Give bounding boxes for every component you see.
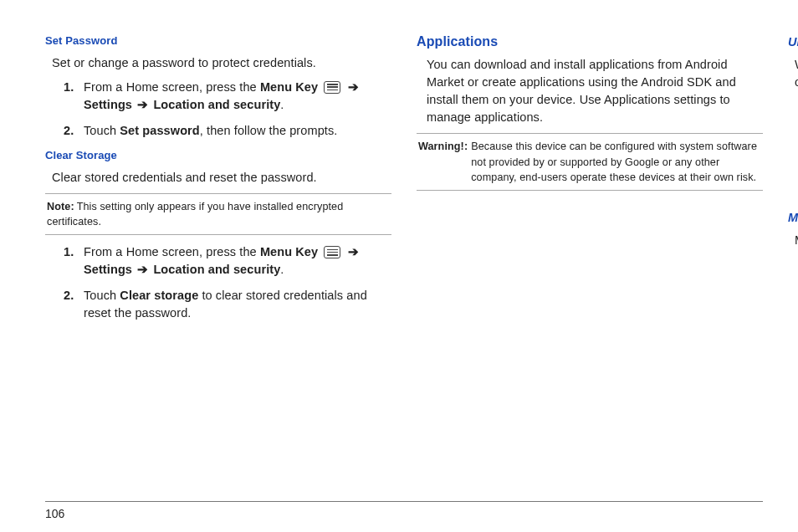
warning-text: Because this device can be configured wi… — [471, 139, 761, 185]
arrow-icon: ➔ — [346, 243, 361, 261]
menu-key-label: Menu Key — [260, 80, 318, 94]
document-page: Set Password Set or change a password to… — [0, 0, 798, 477]
menu-key-icon — [324, 246, 340, 258]
settings-label: Settings — [84, 98, 132, 111]
period: . — [280, 263, 284, 276]
note-label: Note: — [47, 201, 74, 212]
warning-label: Warning!: — [418, 139, 468, 185]
menu-key-label: Menu Key — [260, 245, 318, 258]
page-footer: 106 — [45, 501, 763, 520]
section-applications: Applications You can download and instal… — [417, 32, 763, 191]
steps-clear-storage: From a Home screen, press the Menu Key ➔… — [45, 243, 391, 322]
step-1: From a Home screen, press the Menu Key ➔… — [84, 79, 391, 114]
steps-set-password: From a Home screen, press the Menu Key ➔… — [45, 79, 391, 140]
text: Touch — [84, 124, 120, 137]
note-text: This setting only appears if you have in… — [47, 201, 343, 228]
heading-clear-storage: Clear Storage — [45, 148, 391, 164]
note-block: Note:This setting only appears if you ha… — [45, 193, 391, 236]
period: . — [280, 98, 284, 111]
arrow-icon: ➔ — [346, 79, 361, 96]
location-security-label: Location and security — [153, 98, 280, 111]
intro-manage-applications: Manage and remove applications from your… — [795, 232, 798, 249]
section-set-password: Set Password Set or change a password to… — [45, 33, 391, 140]
text: Touch — [84, 289, 120, 302]
location-security-label: Location and security — [153, 263, 280, 276]
steps-unknown-sources: From a Home screen, press the Menu Key ➔… — [788, 98, 798, 201]
text: From a Home screen, press the — [84, 245, 260, 258]
intro-unknown-sources: When enabled, you can install of applica… — [795, 56, 798, 91]
heading-set-password: Set Password — [45, 33, 391, 49]
settings-label: Settings — [84, 263, 132, 276]
arrow-icon: ➔ — [136, 96, 150, 114]
steps-manage-applications: From a Home screen, press the Menu Key ➔… — [788, 256, 798, 352]
intro-set-password: Set or change a password to protect cred… — [52, 54, 391, 72]
heading-manage-applications: Manage Applications — [788, 209, 798, 227]
section-unknown-sources: Unknown Sources When enabled, you can in… — [788, 33, 798, 201]
warning-block: Warning!: Because this device can be con… — [417, 133, 763, 191]
section-clear-storage: Clear Storage Clear stored credentials a… — [45, 148, 391, 322]
section-manage-applications: Manage Applications Manage and remove ap… — [788, 209, 798, 352]
step-2: Touch Set password, then follow the prom… — [84, 122, 391, 140]
heading-applications: Applications — [417, 32, 763, 51]
step-2: Touch Clear storage to clear stored cred… — [84, 287, 391, 322]
menu-key-icon — [324, 81, 340, 94]
arrow-icon: ➔ — [136, 261, 150, 279]
clear-storage-label: Clear storage — [120, 289, 198, 302]
intro-clear-storage: Clear stored credentials and reset the p… — [52, 169, 391, 187]
page-number: 106 — [45, 507, 64, 520]
set-password-label: Set password — [120, 124, 199, 137]
text: , then follow the prompts. — [200, 124, 338, 137]
text: From a Home screen, press the — [84, 80, 260, 94]
step-1: From a Home screen, press the Menu Key ➔… — [84, 243, 391, 279]
intro-applications: You can download and install application… — [427, 56, 763, 126]
heading-unknown-sources: Unknown Sources — [788, 33, 798, 51]
